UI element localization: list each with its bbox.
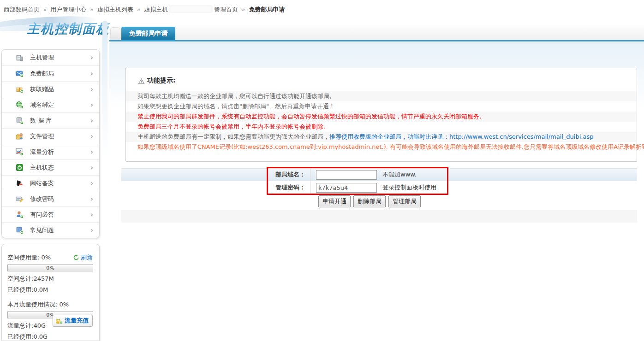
tips-title-row: 功能提示: (138, 76, 637, 85)
chevron-right-icon: › (90, 164, 93, 172)
breadcrumb-separator: » (242, 6, 245, 13)
sidebar-item-files[interactable]: 文件管理› (2, 128, 99, 144)
files-icon (16, 132, 24, 140)
mail-icon (16, 70, 24, 77)
traffic-recharge-button[interactable]: 流量充值 (53, 315, 93, 327)
mail-domain-cell: 不能加www. (310, 168, 637, 181)
space-used: 已经使用:0.0M (7, 286, 94, 294)
database-icon (16, 117, 24, 124)
tips-text: 主机赠送的免费邮局有一定限制，如果您需要功能更为强大的企业邮局， (137, 133, 329, 140)
sidebar-item-status[interactable]: 主机状态› (2, 159, 99, 175)
space-usage-line: 空间使用量: 0% 刷新 (7, 253, 94, 262)
apply-open-button[interactable]: 申请开通 (318, 195, 351, 207)
tips-line: 禁止使用我司的邮局群发邮件，系统有自动监控功能，会自动暂停发信频繁过快的邮箱的发… (126, 112, 637, 122)
tips-line: 主机赠送的免费邮局有一定限制，如果您需要功能更为强大的企业邮局，推荐使用收费版的… (126, 132, 637, 142)
space-total: 空间总计:2457M (7, 275, 94, 283)
sidebar-item-database[interactable]: 数 据 库› (2, 112, 99, 128)
divider-strip (102, 21, 107, 159)
tips-text: 我司每款主机均赠送一款的企业邮局，您可以自行通过该功能开通该邮局。 (137, 93, 335, 100)
chevron-right-icon: › (90, 101, 93, 109)
breadcrumb-redacted-prefix: 虚拟主机 (144, 6, 168, 13)
sidebar-item-label: 文件管理 (30, 132, 54, 141)
space-usage-label: 空间使用量: 0% (7, 254, 51, 261)
manage-mail-button[interactable]: 管理邮局 (388, 195, 421, 207)
traffic-recharge-label: 流量充值 (65, 317, 89, 325)
chevron-right-icon: › (90, 117, 93, 125)
tips-text: 如果您顶级域名使用了CNAME记录(比如:west263.com,cname到:… (137, 143, 644, 150)
warning-icon (138, 78, 145, 85)
delete-mail-button[interactable]: 删除邮局 (353, 195, 386, 207)
breadcrumb-link-redacted[interactable]: 虚拟主机管理首页 (144, 5, 238, 14)
admin-password-note: 登录控制面板时使用 (382, 183, 436, 192)
chevron-right-icon: › (90, 226, 93, 235)
chevron-right-icon: › (90, 195, 93, 203)
sidebar-item-gift[interactable]: 获取赠品› (2, 81, 99, 97)
tab-strip: 免费邮局申请 (109, 25, 644, 41)
sidebar-item-label: 流量分析 (30, 148, 54, 156)
sidebar-item-label: 网站备案 (30, 179, 54, 188)
tips-line: 如果您顶级域名使用了CNAME记录(比如:west263.com,cname到:… (126, 142, 637, 152)
sidebar-item-qa[interactable]: 有问必答› (2, 206, 99, 222)
sidebar-item-label: 免费邮局 (30, 70, 54, 78)
sidebar-menu: 主机管理›免费邮局›获取赠品›域名绑定›数 据 库›文件管理›流量分析›主机状态… (1, 49, 100, 238)
chevron-right-icon: › (90, 132, 93, 141)
traffic-usage-label: 本月流量使用情况: 0% (7, 300, 94, 309)
breadcrumb-separator: » (137, 6, 140, 13)
admin-password-cell: 登录控制面板时使用 (310, 181, 637, 194)
tips-link[interactable]: 推荐使用收费版的企业邮局，功能对比详见：http://www.west.cn/s… (329, 133, 593, 140)
refresh-icon (73, 254, 79, 261)
refresh-link[interactable]: 刷新 (73, 253, 93, 262)
tips-lines: 我司每款主机均赠送一款的企业邮局，您可以自行通过该功能开通该邮局。如果您想更换企… (126, 91, 637, 152)
chevron-right-icon: › (90, 53, 93, 62)
admin-password-input[interactable] (316, 183, 377, 193)
chevron-right-icon: › (90, 179, 93, 188)
tips-text: 如果您想更换企业邮局的域名，请点击"删除邮局"，然后再重新申请开通！ (137, 103, 335, 110)
breadcrumb-link[interactable]: 虚拟主机列表 (97, 6, 133, 14)
tips-text: 免费邮局三个月不登录的帐号会被禁用，半年内不登录的帐号会被删除。 (137, 123, 329, 130)
chart-icon (16, 148, 24, 156)
form-row-admin-password: 管理密码：登录控制面板时使用 (121, 181, 637, 194)
mail-domain-note: 不能加www. (382, 170, 417, 179)
sidebar-item-chart[interactable]: 流量分析› (2, 144, 99, 159)
sidebar-item-label: 主机状态 (30, 164, 54, 172)
breadcrumb-link[interactable]: 西部数码首页 (4, 6, 40, 14)
mail-application-form: 邮局域名：不能加www.管理密码：登录控制面板时使用申请开通删除邮局管理邮局 (121, 168, 637, 209)
server-icon (16, 54, 24, 62)
tips-line: 如果您想更换企业邮局的域名，请点击"删除邮局"，然后再重新申请开通！ (126, 101, 637, 112)
sidebar-item-label: 主机管理 (30, 53, 54, 62)
traffic-used: 已经使用:0.0G (7, 333, 94, 341)
qa-icon (16, 211, 24, 218)
admin-password-label: 管理密码： (121, 183, 310, 192)
sidebar-item-mail[interactable]: 免费邮局› (2, 65, 99, 81)
sidebar-item-label: 获取赠品 (30, 85, 54, 94)
sidebar-item-label: 有问必答 (30, 211, 54, 219)
sidebar-item-globe[interactable]: 域名绑定› (2, 97, 99, 112)
chevron-right-icon: › (90, 211, 93, 219)
mail-domain-input[interactable] (316, 170, 377, 180)
coins-icon (55, 317, 63, 324)
sidebar-item-label: 常见问题 (30, 226, 54, 235)
tab-free-mail-application[interactable]: 免费邮局申请 (121, 27, 175, 40)
sidebar-item-filing[interactable]: 网站备案› (2, 175, 99, 191)
password-icon (16, 195, 24, 203)
breadcrumb-link[interactable]: 用户管理中心 (50, 6, 86, 14)
chevron-right-icon: › (90, 70, 93, 78)
sidebar-item-faq[interactable]: 常见问题› (2, 222, 99, 238)
sidebar-item-server[interactable]: 主机管理› (2, 50, 99, 65)
chevron-right-icon: › (90, 85, 93, 94)
form-row-mail-domain: 邮局域名：不能加www. (121, 168, 637, 181)
tips-title: 功能提示: (147, 76, 176, 85)
form-footer-band (121, 210, 637, 223)
tips-line: 我司每款主机均赠送一款的企业邮局，您可以自行通过该功能开通该邮局。 (126, 91, 637, 101)
breadcrumb-separator: » (90, 6, 93, 13)
status-icon (16, 164, 24, 171)
sidebar-item-label: 数 据 库 (30, 117, 52, 125)
chevron-right-icon: › (90, 148, 93, 156)
refresh-label: 刷新 (81, 253, 93, 262)
sidebar-item-label: 域名绑定 (30, 101, 54, 109)
sidebar-item-password[interactable]: 修改密码› (2, 191, 99, 206)
breadcrumb-current: 免费邮局申请 (249, 6, 285, 14)
gift-icon (16, 85, 24, 93)
breadcrumb-separator: » (43, 6, 47, 13)
tab-strip-stub (110, 27, 120, 40)
